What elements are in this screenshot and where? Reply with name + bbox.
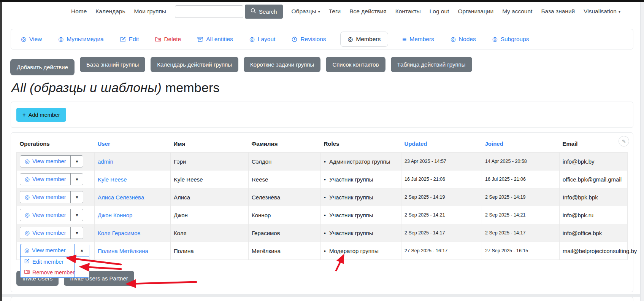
pencil-square-icon: [24, 258, 30, 265]
view-member-button[interactable]: ◎View member: [20, 174, 70, 185]
eye-icon: ◎: [58, 36, 63, 42]
nav-item-my-groups[interactable]: Мои группы: [134, 8, 166, 15]
bullet-icon: •: [324, 248, 326, 254]
column-header-email: Email: [560, 139, 628, 153]
edit-view-pencil-button[interactable]: ✎: [619, 136, 629, 147]
caret-down-icon: ▼: [75, 231, 79, 235]
role-cell: •Модератор группы: [321, 242, 401, 260]
nav-item-calendar[interactable]: Календарь: [95, 8, 125, 15]
list-icon: ≡: [402, 36, 406, 43]
email-cell: Info@bpk.bpk: [560, 188, 628, 206]
bullet-icon: •: [324, 212, 326, 218]
view-member-button-group: ◎View member ▼: [20, 191, 83, 203]
operations-dropdown-toggle[interactable]: ▼: [70, 209, 83, 221]
user-link[interactable]: Джон Коннор: [98, 212, 132, 218]
tab-nodes[interactable]: ◎Nodes: [450, 36, 476, 43]
last-name-cell: Коннор: [249, 206, 321, 224]
plus-icon: +: [22, 111, 26, 118]
nav-item-organizations[interactable]: Организации: [458, 8, 493, 15]
joined-cell: 14 Apr 2025 - 20:58: [482, 153, 560, 170]
eye-icon: ◎: [25, 176, 30, 183]
eye-icon: ◎: [25, 212, 30, 218]
nav-item-all-actions[interactable]: Все действия: [349, 8, 386, 15]
nav-item-home[interactable]: Home: [71, 8, 87, 15]
table-row: ◎View member ▼ Коля Герасимов Коля Герас…: [17, 224, 628, 242]
first-name-cell: Алиса: [171, 188, 249, 206]
add-member-panel: + Add member: [11, 102, 633, 128]
nav-item-tags[interactable]: Теги: [329, 8, 341, 15]
nav-item-contacts[interactable]: Контакты: [395, 8, 421, 15]
bullet-icon: •: [324, 230, 326, 236]
joined-cell: 2 Sep 2025 - 14:17: [482, 224, 560, 242]
operations-dropdown-toggle[interactable]: ▼: [70, 227, 83, 239]
group-short-tasks-button[interactable]: Короткие задачи группы: [244, 57, 320, 72]
view-member-button[interactable]: ◎View member: [20, 227, 70, 239]
eye-icon: ◎: [25, 229, 30, 236]
nav-item-visualisation[interactable]: Visualisation▾: [584, 8, 620, 15]
operations-dropdown-toggle[interactable]: ▲: [75, 244, 89, 256]
view-member-button[interactable]: ◎View member: [20, 209, 70, 221]
tab-delete[interactable]: Delete: [155, 36, 181, 43]
operations-dropdown-toggle[interactable]: ▼: [70, 191, 83, 203]
email-cell: office.bpk@gmail.gmail: [560, 170, 628, 188]
column-header-roles: Roles: [321, 139, 401, 153]
tab-revisions[interactable]: Revisions: [292, 36, 326, 43]
joined-cell: 16 Jul 2025 - 21:06: [482, 170, 560, 188]
members-table-panel: ✎ Operations User Имя Фамилия Roles Upda…: [11, 132, 633, 292]
nav-item-log-out[interactable]: Log out: [430, 8, 449, 15]
operations-dropdown-toggle[interactable]: ▼: [70, 156, 83, 167]
user-link[interactable]: Полина Метёлкина: [98, 248, 148, 254]
group-actions-table-button[interactable]: Таблица действий группы: [391, 57, 472, 72]
members-table: Operations User Имя Фамилия Roles Update…: [16, 139, 628, 260]
tab-view[interactable]: ◎View: [21, 36, 42, 43]
view-member-button-group: ◎View member ▼: [20, 209, 83, 221]
user-link[interactable]: Коля Герасимов: [98, 230, 140, 236]
user-link[interactable]: admin: [98, 158, 113, 165]
search-button[interactable]: Search: [245, 5, 283, 19]
tab-layout[interactable]: ◎Layout: [249, 36, 276, 43]
column-header-updated[interactable]: Updated: [401, 139, 482, 153]
next-panel-edge: [11, 297, 633, 301]
tab-subgroups[interactable]: ◎Subgroups: [492, 36, 529, 43]
folder-x-icon: [155, 37, 161, 42]
updated-cell: 23 Apr 2025 - 14:57: [401, 153, 482, 170]
joined-cell: 2 Sep 2025 - 14:21: [482, 206, 560, 224]
tab-edit[interactable]: Edit: [120, 36, 139, 43]
last-name-cell: Герасимов: [249, 224, 321, 242]
role-cell: •Участник группы: [321, 224, 401, 242]
view-member-button[interactable]: ◎View member: [20, 191, 70, 203]
updated-cell: 2 Sep 2025 - 14:21: [401, 206, 482, 224]
add-member-button[interactable]: + Add member: [16, 108, 66, 122]
caret-down-icon: ▼: [75, 213, 79, 217]
table-row: ◎View member ▼ Алиса Селезнёва Алиса Сел…: [17, 188, 628, 206]
tab-members-list[interactable]: ≡Members: [402, 36, 434, 43]
nav-item-my-account[interactable]: My account: [502, 8, 532, 15]
search-input[interactable]: [175, 5, 243, 18]
role-cell: •Администратор группы: [321, 153, 401, 170]
view-member-button[interactable]: ◎View member: [20, 156, 70, 167]
group-knowledge-base-button[interactable]: База знаний группы: [80, 57, 145, 72]
search-button-label: Search: [259, 8, 277, 15]
group-actions-calendar-button[interactable]: Календарь действий группы: [151, 57, 238, 72]
tab-members-active[interactable]: ◎Members: [340, 32, 389, 47]
contacts-list-button[interactable]: Список контактов: [326, 57, 385, 72]
user-link[interactable]: Kyle Reese: [98, 176, 127, 183]
column-header-joined[interactable]: Joined: [482, 139, 560, 153]
search-icon: [251, 8, 256, 15]
user-link[interactable]: Алиса Селезнёва: [98, 194, 144, 201]
view-member-button[interactable]: ◎View member: [21, 244, 75, 256]
table-header-row: Operations User Имя Фамилия Roles Update…: [17, 139, 628, 153]
operations-dropdown-toggle[interactable]: ▼: [70, 174, 83, 185]
pencil-icon: ✎: [622, 139, 626, 144]
last-name-cell: Селезнёва: [249, 188, 321, 206]
tab-multimedia[interactable]: ◎Мультимедиа: [58, 36, 103, 43]
eye-icon: ◎: [25, 158, 30, 165]
tab-all-entities[interactable]: All entities: [197, 36, 233, 43]
vertical-scrollbar[interactable]: [640, 2, 644, 301]
add-action-button[interactable]: Добавить действие: [10, 59, 75, 75]
remove-member-menu-item[interactable]: Remove member: [21, 267, 89, 277]
nav-item-knowledge-base[interactable]: База знаний: [541, 8, 575, 15]
edit-member-menu-item[interactable]: Edit member: [21, 256, 89, 267]
column-header-user[interactable]: User: [95, 139, 171, 153]
nav-item-samples[interactable]: Образцы▾: [292, 8, 320, 15]
